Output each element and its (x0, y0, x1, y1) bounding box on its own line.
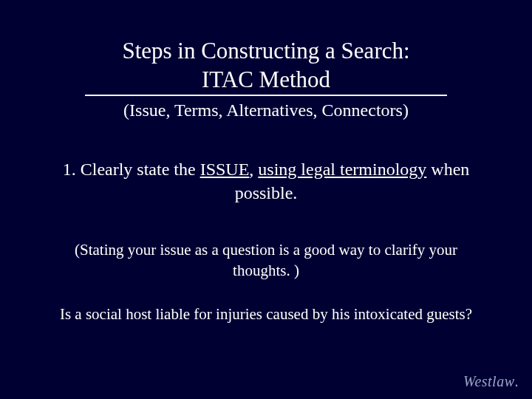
westlaw-logo: Westlaw. (463, 373, 519, 390)
title-line-2: ITAC Method (202, 66, 330, 92)
step-prefix: 1. Clearly state the (63, 160, 200, 179)
slide-title: Steps in Constructing a Search: ITAC Met… (44, 37, 488, 96)
title-line-1: Steps in Constructing a Search: (122, 38, 409, 64)
step-issue-word: ISSUE (200, 160, 250, 179)
logo-text: Westlaw (463, 373, 514, 389)
title-underline: ITAC Method (85, 66, 447, 96)
slide-note: (Stating your issue as a question is a g… (44, 240, 488, 281)
logo-dot: . (515, 373, 519, 389)
step-underlined-phrase: using legal terminology (258, 160, 426, 179)
step-1: 1. Clearly state the ISSUE, using legal … (44, 157, 488, 205)
slide: Steps in Constructing a Search: ITAC Met… (0, 0, 532, 399)
step-comma: , (249, 160, 258, 179)
slide-subtitle: (Issue, Terms, Alternatives, Connectors) (44, 100, 488, 120)
slide-example: Is a social host liable for injuries cau… (44, 304, 488, 324)
